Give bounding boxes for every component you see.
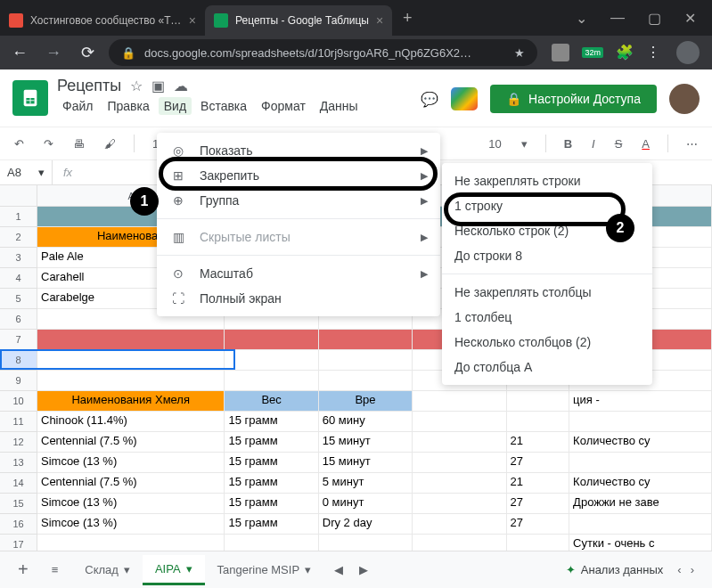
close-icon[interactable]: × (189, 13, 196, 28)
cell[interactable]: Chinook (11.4%) (37, 412, 225, 431)
cell[interactable] (569, 514, 712, 534)
new-tab-button[interactable]: + (392, 9, 423, 28)
cell[interactable] (37, 330, 225, 349)
freeze-upto-row[interactable]: До строки 8 (442, 243, 652, 268)
row-header[interactable]: 10 (0, 391, 37, 412)
menu-edit[interactable]: Правка (102, 97, 154, 115)
cell[interactable]: Вес (225, 391, 318, 411)
cell[interactable] (507, 391, 570, 411)
cell[interactable]: Вре (319, 391, 413, 411)
sheets-logo-icon[interactable] (12, 80, 48, 116)
cell[interactable] (319, 330, 413, 349)
cell[interactable]: 15 грамм (225, 412, 318, 431)
user-avatar[interactable] (669, 84, 700, 114)
more-icon[interactable]: ⋯ (681, 134, 703, 154)
row-header[interactable]: 3 (0, 248, 37, 268)
freeze-upto-col[interactable]: До столбца A (442, 355, 652, 380)
lastfm-ext-icon[interactable] (552, 44, 569, 61)
strike-button[interactable]: S (610, 134, 628, 154)
row-header[interactable]: 15 (0, 494, 37, 514)
print-button[interactable]: 🖶 (68, 134, 90, 154)
analyze-data-button[interactable]: ✦ Анализ данных (566, 563, 664, 576)
cell[interactable] (413, 494, 506, 513)
chevron-down-icon[interactable]: ▾ (516, 134, 533, 154)
sheet-tab[interactable]: Склад▾ (72, 555, 143, 585)
cell[interactable] (319, 371, 413, 390)
menu-icon[interactable]: ⋮ (646, 44, 664, 61)
cell[interactable]: 60 мину (319, 412, 413, 431)
star-icon[interactable]: ☆ (130, 78, 143, 94)
cell[interactable]: 27 (507, 514, 570, 534)
cell[interactable] (225, 330, 318, 349)
paint-format-button[interactable]: 🖌 (99, 134, 121, 154)
menu-data[interactable]: Данны (315, 97, 364, 115)
menu-show[interactable]: ◎ Показать ▶ (157, 138, 440, 163)
text-color-button[interactable]: A (636, 134, 655, 154)
cell[interactable] (413, 432, 506, 452)
tab-nav-right[interactable]: ▶ (354, 563, 373, 576)
row-header[interactable]: 6 (0, 309, 37, 330)
row-header[interactable]: 13 (0, 453, 37, 473)
cell[interactable]: Дрожжи не заве (569, 494, 712, 513)
menu-format[interactable]: Формат (256, 97, 311, 115)
cell[interactable]: 27 (507, 494, 570, 513)
caret-down-icon[interactable]: ⌄ (576, 10, 587, 27)
cell[interactable]: 15 грамм (225, 432, 318, 452)
url-field[interactable]: 🔒 docs.google.com/spreadsheets/d/10rj9sr… (109, 39, 537, 66)
cell[interactable]: 15 грамм (225, 453, 318, 472)
comments-icon[interactable]: 💬 (421, 91, 438, 108)
menu-fullscreen[interactable]: ⛶ Полный экран (157, 286, 440, 311)
browser-tab[interactable]: Рецепты - Google Таблицы × (205, 5, 392, 36)
row-header[interactable]: 9 (0, 371, 37, 391)
ext-badge[interactable]: 32m (582, 47, 603, 58)
close-icon[interactable]: × (376, 13, 383, 28)
reload-button[interactable]: ⟳ (75, 43, 100, 62)
undo-button[interactable]: ↶ (9, 134, 29, 154)
pager-right[interactable]: › (691, 563, 694, 576)
maximize-icon[interactable]: ▢ (648, 10, 661, 27)
name-box[interactable]: A8 ▾ (0, 166, 52, 179)
meet-button[interactable] (451, 87, 478, 110)
folder-icon[interactable]: ▣ (151, 78, 165, 94)
cell[interactable] (225, 350, 318, 370)
row-header[interactable]: 16 (0, 514, 37, 535)
italic-button[interactable]: I (586, 134, 601, 154)
cell[interactable]: 27 (507, 453, 570, 472)
font-size-select[interactable]: 10 (483, 134, 506, 154)
menu-group[interactable]: ⊕ Группа ▶ (157, 188, 440, 213)
cell[interactable]: Наименования Хмеля (37, 391, 225, 411)
cell[interactable] (413, 473, 506, 493)
menu-view[interactable]: Вид (159, 97, 192, 115)
cell[interactable]: 15 минут (319, 453, 413, 472)
cell[interactable]: Centennial (7.5 %) (37, 473, 225, 493)
pager-left[interactable]: ‹ (677, 563, 681, 576)
cell[interactable]: Количество су (569, 432, 712, 452)
all-sheets-button[interactable]: ≡ (43, 558, 68, 582)
freeze-n-cols[interactable]: Несколько столбцов (2) (442, 330, 652, 355)
cell[interactable] (37, 350, 225, 370)
chevron-down-icon[interactable]: ▾ (305, 563, 311, 576)
row-header[interactable]: 2 (0, 227, 37, 248)
cell[interactable]: 15 грамм (225, 514, 318, 534)
cloud-icon[interactable]: ☁ (174, 78, 188, 94)
menu-insert[interactable]: Вставка (195, 97, 252, 115)
cell[interactable]: Centennial (7.5 %) (37, 432, 225, 452)
menu-file[interactable]: Файл (57, 97, 98, 115)
cell[interactable] (413, 514, 506, 534)
cell[interactable]: Simcoe (13 %) (37, 514, 225, 534)
row-header[interactable]: 11 (0, 412, 37, 432)
minimize-icon[interactable]: ― (610, 10, 625, 27)
sheet-tab[interactable]: AIPA▾ (143, 555, 205, 585)
row-header[interactable]: 8 (0, 350, 37, 371)
cell[interactable]: Dry 2 day (319, 514, 413, 534)
row-header[interactable]: 1 (0, 207, 37, 227)
cell[interactable]: Simcoe (13 %) (37, 494, 225, 513)
cell[interactable] (569, 412, 712, 431)
cell[interactable]: 21 (507, 432, 570, 452)
row-header[interactable]: 14 (0, 473, 37, 494)
tab-nav-left[interactable]: ◀ (329, 563, 348, 576)
cell[interactable]: 15 минут (319, 432, 413, 452)
browser-tab[interactable]: Хостинговое сообщество «Time… × (0, 5, 205, 36)
cell[interactable]: 5 минут (319, 473, 413, 493)
cell[interactable]: ция - (569, 391, 712, 411)
